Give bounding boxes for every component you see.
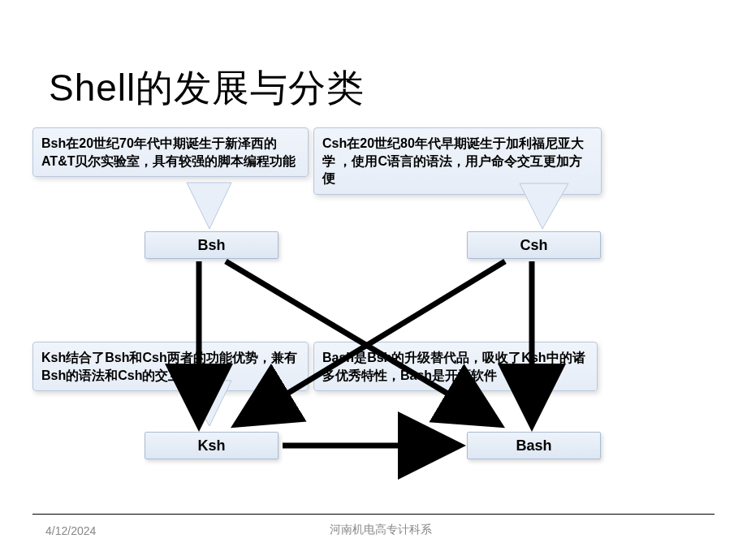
node-bash: Bash: [467, 432, 601, 459]
node-bsh: Bsh: [145, 231, 279, 259]
node-ksh: Ksh: [145, 432, 279, 459]
footer-org: 河南机电高专计科系: [330, 523, 432, 537]
node-csh: Csh: [467, 231, 601, 259]
footer-divider: [32, 514, 715, 515]
callout-bash: Bash是Bsh的升级替代品，吸收了Ksh中的诸多优秀特性，Bash是开源软件: [313, 342, 598, 391]
slide-title: Shell的发展与分类: [49, 63, 365, 114]
footer-date: 4/12/2024: [45, 524, 96, 537]
callout-ksh: Ksh结合了Bsh和Csh两者的功能优势，兼有Bsh的语法和Csh的交互特性: [32, 342, 309, 391]
svg-marker-0: [187, 183, 231, 229]
callout-csh: Csh在20世纪80年代早期诞生于加利福尼亚大学 ，使用C语言的语法，用户命令交…: [313, 127, 602, 195]
callout-bsh: Bsh在20世纪70年代中期诞生于新泽西的AT&T贝尔实验室，具有较强的脚本编程…: [32, 127, 309, 177]
